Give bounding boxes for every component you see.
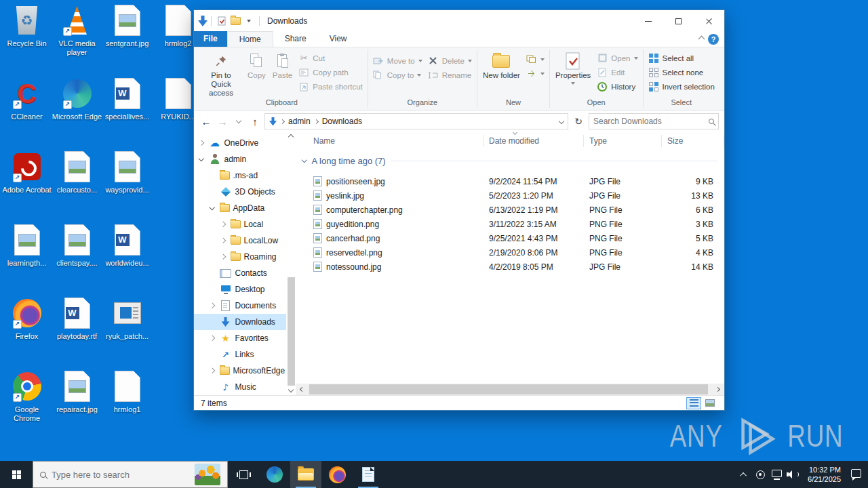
file-row[interactable]: notessound.jpg4/2/2019 8:05 PMJPG File14… xyxy=(296,260,724,274)
nav-item-desktop[interactable]: Desktop xyxy=(194,281,286,298)
invert-selection-button[interactable]: Invert selection xyxy=(646,79,717,94)
help-button[interactable] xyxy=(708,34,719,45)
taskbar-file-explorer-button[interactable] xyxy=(290,461,321,488)
tray-volume-button[interactable] xyxy=(785,461,801,488)
group-header[interactable]: A long time ago (7) xyxy=(296,151,724,170)
search-highlights-image[interactable] xyxy=(195,464,220,485)
nav-item-favorites[interactable]: Favorites xyxy=(194,330,286,346)
recent-locations-button[interactable] xyxy=(232,114,245,129)
breadcrumb-downloads[interactable]: Downloads xyxy=(322,117,362,126)
breadcrumb[interactable]: admin Downloads xyxy=(264,113,568,129)
up-button[interactable] xyxy=(248,114,262,129)
qat-properties-button[interactable] xyxy=(215,14,229,28)
thumbnail-view-button[interactable] xyxy=(703,397,717,409)
chevron-right-icon[interactable] xyxy=(210,303,215,308)
chevron-right-icon[interactable] xyxy=(199,140,204,146)
nav-item-links[interactable]: Links xyxy=(194,346,286,363)
new-item-button[interactable] xyxy=(524,52,547,66)
file-row[interactable]: positionseen.jpg9/2/2024 11:54 PMJPG Fil… xyxy=(296,174,724,188)
file-row[interactable]: guyedition.png3/11/2022 3:15 AMPNG File3… xyxy=(296,217,724,231)
desktop-icon-playtoday[interactable]: playtoday.rtf xyxy=(52,297,102,341)
taskbar-search-input[interactable] xyxy=(52,470,189,480)
task-view-button[interactable] xyxy=(228,461,259,488)
desktop-icon-worldwideu[interactable]: worldwideu... xyxy=(102,224,153,268)
chevron-right-icon[interactable] xyxy=(220,222,226,227)
chevron-right-icon[interactable] xyxy=(210,336,215,341)
desktop-icon-sentgrant[interactable]: sentgrant.jpg xyxy=(102,4,153,48)
desktop-icon-adobe-acrobat[interactable]: Adobe Acrobat xyxy=(1,150,52,195)
qat-new-folder-button[interactable] xyxy=(229,14,242,28)
refresh-button[interactable] xyxy=(571,114,586,129)
nav-item-appdata[interactable]: AppData xyxy=(194,200,286,216)
chevron-right-icon[interactable] xyxy=(220,238,226,243)
tab-home[interactable]: Home xyxy=(227,31,273,47)
tray-network-button[interactable] xyxy=(768,461,785,488)
file-row[interactable]: cancerhad.png9/25/2021 4:43 PMPNG File5 … xyxy=(296,231,724,245)
desktop-icon-clientspay[interactable]: clientspay.... xyxy=(52,224,102,268)
details-view-button[interactable] xyxy=(686,397,701,409)
nav-scrollbar[interactable] xyxy=(287,132,296,395)
nav-item-3d-objects[interactable]: 3D Objects xyxy=(194,184,286,200)
desktop-icon-ccleaner[interactable]: CCleaner xyxy=(1,77,52,121)
desktop-icon-edge[interactable]: Microsoft Edge xyxy=(52,77,102,121)
desktop-icon-ryuk-patch[interactable]: ryuk_patch... xyxy=(102,297,153,341)
start-button[interactable] xyxy=(0,461,33,488)
column-header-size[interactable]: Size xyxy=(662,135,724,147)
nav-item-roaming[interactable]: Roaming xyxy=(194,249,286,265)
column-header-name[interactable]: Name xyxy=(296,135,484,147)
taskbar-clock[interactable]: 10:32 PM 6/21/2025 xyxy=(801,465,848,484)
qat-customize-button[interactable] xyxy=(242,14,256,28)
breadcrumb-admin[interactable]: admin xyxy=(288,117,311,126)
taskbar-notepad-button[interactable] xyxy=(353,461,384,488)
history-button[interactable]: History xyxy=(594,79,640,94)
column-header-date-modified[interactable]: Date modified xyxy=(484,135,584,147)
chevron-right-icon[interactable] xyxy=(210,368,215,373)
scroll-down-icon[interactable] xyxy=(288,387,294,392)
nav-item-music[interactable]: Music xyxy=(194,379,286,395)
desktop-icon-google-chrome[interactable]: Google Chrome xyxy=(1,370,52,423)
file-row[interactable]: yeslink.jpg5/2/2023 1:20 PMJPG File13 KB xyxy=(296,188,724,203)
taskbar-edge-button[interactable] xyxy=(259,461,290,488)
nav-item-local[interactable]: Local xyxy=(194,216,286,232)
scrollbar-thumb[interactable] xyxy=(309,384,708,394)
scrollbar-thumb[interactable] xyxy=(288,277,295,386)
properties-button[interactable]: Properties xyxy=(552,49,594,98)
nav-item-onedrive[interactable]: OneDrive xyxy=(194,135,286,151)
chevron-right-icon[interactable] xyxy=(220,254,226,260)
pin-to-quick-access-button[interactable]: Pin to Quick access xyxy=(198,49,244,98)
collapse-ribbon-icon[interactable] xyxy=(698,36,705,43)
tray-hidden-icons-button[interactable] xyxy=(736,461,752,488)
desktop-icon-repairact[interactable]: repairact.jpg xyxy=(52,370,102,414)
taskbar-firefox-button[interactable] xyxy=(321,461,353,488)
select-all-button[interactable]: Select all xyxy=(646,51,717,65)
file-row[interactable]: computerchapter.png6/13/2022 1:19 PMPNG … xyxy=(296,203,724,217)
nav-item-ms-ad[interactable]: .ms-ad xyxy=(194,167,286,184)
select-none-button[interactable]: Select none xyxy=(646,65,717,79)
tab-view[interactable]: View xyxy=(318,31,359,47)
tab-share[interactable]: Share xyxy=(273,31,318,47)
easy-access-button[interactable] xyxy=(524,66,547,81)
nav-item-contacts[interactable]: Contacts xyxy=(194,265,286,281)
action-center-button[interactable] xyxy=(848,461,864,488)
nav-item-downloads[interactable]: Downloads xyxy=(194,314,286,330)
desktop-icon-hrmlog1[interactable]: hrmlog1 xyxy=(102,370,153,414)
nav-item-microsoftedge[interactable]: MicrosoftEdge xyxy=(194,363,286,379)
desktop-icon-firefox[interactable]: Firefox xyxy=(1,297,52,341)
file-row[interactable]: reservedtel.png2/19/2020 8:06 PMPNG File… xyxy=(296,245,724,260)
close-button[interactable] xyxy=(694,11,724,32)
nav-item-documents[interactable]: Documents xyxy=(194,298,286,314)
desktop-icon-recycle-bin[interactable]: Recycle Bin xyxy=(1,4,52,48)
address-dropdown-icon[interactable] xyxy=(559,119,564,124)
maximize-button[interactable] xyxy=(663,11,694,32)
chevron-down-icon[interactable] xyxy=(199,156,204,161)
tray-app-button[interactable] xyxy=(752,461,768,488)
column-header-type[interactable]: Type xyxy=(584,135,662,147)
desktop-icon-speciallives[interactable]: speciallives... xyxy=(102,77,153,121)
nav-item-admin[interactable]: admin xyxy=(194,151,286,167)
explorer-search-box[interactable] xyxy=(589,113,719,129)
scroll-left-icon[interactable] xyxy=(296,384,307,395)
tab-file[interactable]: File xyxy=(194,31,227,47)
nav-item-locallow[interactable]: LocalLow xyxy=(194,232,286,249)
scroll-right-icon[interactable] xyxy=(713,384,724,395)
desktop-icon-waysprovid[interactable]: waysprovid... xyxy=(102,150,153,195)
